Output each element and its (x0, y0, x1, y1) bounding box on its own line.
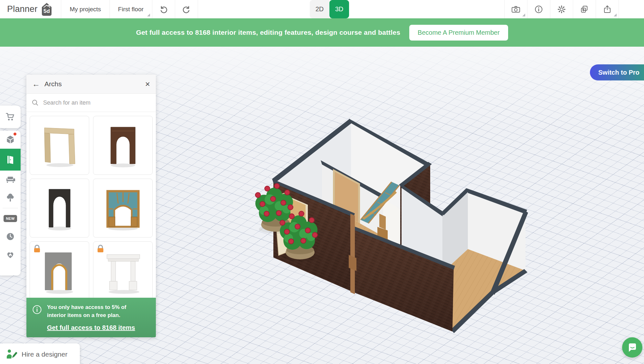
gold-trim-arch-thumbnail (35, 247, 84, 295)
sidebar-item-plants[interactable] (0, 189, 21, 207)
get-full-access-link[interactable]: Get full access to 8168 items (47, 324, 135, 331)
switch-to-pro-label: Switch to Pro (598, 69, 639, 76)
wood-glass-arch-thumbnail (99, 184, 147, 232)
heart-home-icon (6, 250, 15, 259)
toggle-3d-button[interactable]: 3D (329, 0, 349, 18)
panel-title: Archs (44, 80, 141, 88)
camera-dropdown-caret (522, 14, 525, 16)
floor-dropdown-caret (147, 14, 150, 16)
door-icon (5, 154, 15, 165)
item-card-gold-trim-arch-locked[interactable] (30, 241, 89, 300)
sidebar-item-furniture[interactable] (0, 171, 21, 189)
topbar-right-tools (504, 0, 619, 18)
planner5d-app: Get full access to 8168 interior items, … (0, 0, 644, 364)
sidebar-item-favorites[interactable] (0, 246, 21, 264)
search-icon (32, 99, 39, 106)
black-arch-thumbnail (35, 184, 84, 232)
share-export-button[interactable] (596, 0, 619, 18)
cube-3d-icon (5, 135, 15, 145)
sidebar-divider (3, 208, 18, 208)
promo-text: You only have access to 5% of interior i… (47, 303, 126, 319)
toggle-2d-button[interactable]: 2D (310, 0, 329, 18)
item-card-wood-glass-arch[interactable] (93, 179, 153, 238)
floor-selector-label: First floor (118, 6, 144, 13)
svg-text:5d: 5d (44, 8, 50, 14)
sidebar-item-new[interactable]: NEW (0, 210, 21, 228)
clock-icon (6, 232, 15, 241)
notification-dot (14, 133, 16, 135)
free-plan-promo: You only have access to 5% of interior i… (26, 298, 156, 337)
item-card-classical-white-portal-locked[interactable] (93, 241, 153, 300)
info-button[interactable] (527, 0, 550, 18)
promo-line2: interior items on a free plan. (47, 312, 126, 320)
lock-icon (96, 245, 105, 254)
item-card-wooden-doorway-frame[interactable] (30, 116, 89, 175)
sidebar-item-recent[interactable] (0, 228, 21, 246)
designer-person-icon (6, 349, 17, 360)
lock-icon (33, 245, 41, 254)
archs-panel-header: ← Archs × (26, 75, 156, 94)
close-icon[interactable]: × (145, 80, 150, 88)
planner5d-logo[interactable]: Planner 5d (0, 0, 61, 18)
become-premium-button[interactable]: Become A Premium Member (409, 25, 508, 41)
back-arrow-icon[interactable]: ← (32, 80, 40, 88)
snapshot-camera-button[interactable] (505, 0, 527, 18)
duplicate-project-button[interactable] (573, 0, 596, 18)
wooden-doorway-thumbnail (35, 121, 84, 170)
shop-cart-button[interactable] (0, 106, 21, 128)
archs-panel: ← Archs × (26, 75, 156, 337)
item-card-dark-arched-doorway[interactable] (93, 116, 153, 175)
switch-to-pro-button[interactable]: Switch to Pro (590, 64, 644, 80)
my-projects-label: My projects (70, 6, 101, 13)
undo-button[interactable] (152, 0, 175, 18)
logo-text: Planner (7, 4, 37, 14)
tree-icon (6, 193, 15, 202)
cart-icon (6, 114, 14, 118)
logo-house-badge: 5d (40, 2, 54, 17)
item-card-black-metal-arch[interactable] (30, 179, 89, 238)
sidebar-item-doors-archs[interactable] (0, 149, 21, 171)
white-portal-thumbnail (99, 247, 147, 295)
sidebar-item-design-3d[interactable] (0, 131, 21, 149)
chat-launcher[interactable] (622, 337, 642, 358)
hire-designer-label: Hire a designer (22, 350, 67, 361)
hire-designer-button[interactable]: Hire a designer (0, 343, 80, 364)
dark-arch-thumbnail (99, 121, 147, 170)
chat-bubble-icon (627, 342, 638, 353)
search-input[interactable] (43, 99, 151, 107)
view-mode-toggle: 2D 3D (310, 0, 349, 18)
share-dropdown-caret (614, 14, 617, 16)
search-row (26, 94, 156, 112)
premium-banner: Get full access to 8168 interior items, … (0, 18, 644, 47)
info-circle-icon (32, 305, 42, 316)
sofa-icon (5, 175, 15, 184)
premium-banner-message: Get full access to 8168 interior items, … (136, 29, 400, 36)
promo-line1: You only have access to 5% of (47, 303, 126, 312)
settings-gear-button[interactable] (550, 0, 573, 18)
redo-button[interactable] (175, 0, 198, 18)
floor-selector[interactable]: First floor (110, 0, 152, 18)
catalog-sidebar: NEW (0, 131, 21, 275)
my-projects-button[interactable]: My projects (61, 0, 109, 18)
new-badge: NEW (4, 215, 17, 222)
